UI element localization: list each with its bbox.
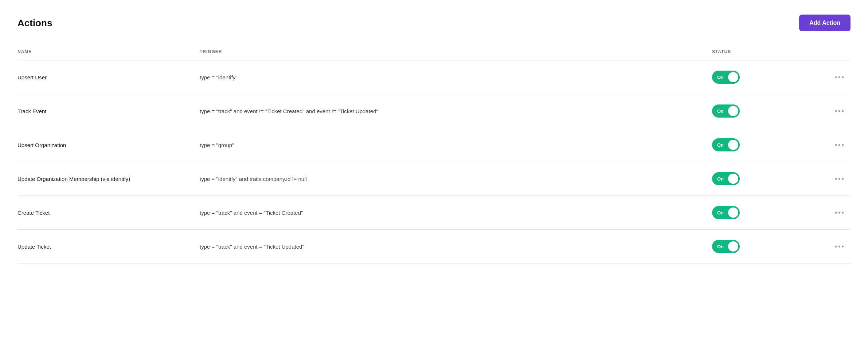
status-toggle-3[interactable]: On bbox=[712, 172, 740, 185]
status-toggle-0[interactable]: On bbox=[712, 71, 740, 84]
cell-status-5: On bbox=[712, 240, 821, 253]
toggle-knob-5 bbox=[728, 241, 738, 252]
status-toggle-1[interactable]: On bbox=[712, 104, 740, 118]
cell-status-2: On bbox=[712, 138, 821, 151]
table-body: Upsert User type = "identify" On ••• Tra… bbox=[17, 60, 851, 264]
page-header: Actions Add Action bbox=[17, 15, 851, 31]
cell-actions-2: ••• bbox=[821, 139, 851, 151]
cell-actions-4: ••• bbox=[821, 207, 851, 218]
table-row: Upsert User type = "identify" On ••• bbox=[17, 60, 851, 94]
more-options-button-0[interactable]: ••• bbox=[832, 72, 848, 83]
actions-table: NAME TRIGGER STATUS Upsert User type = "… bbox=[17, 43, 851, 264]
add-action-button[interactable]: Add Action bbox=[799, 15, 851, 31]
toggle-label-2: On bbox=[717, 142, 724, 148]
more-options-button-3[interactable]: ••• bbox=[832, 173, 848, 185]
table-row: Create Ticket type = "track" and event =… bbox=[17, 196, 851, 230]
more-options-button-5[interactable]: ••• bbox=[832, 241, 848, 252]
toggle-label-4: On bbox=[717, 210, 724, 216]
page-title: Actions bbox=[17, 17, 52, 29]
cell-actions-3: ••• bbox=[821, 173, 851, 185]
table-row: Update Organization Membership (via iden… bbox=[17, 162, 851, 196]
cell-trigger-4: type = "track" and event = "Ticket Creat… bbox=[200, 210, 712, 216]
cell-status-0: On bbox=[712, 71, 821, 84]
cell-trigger-1: type = "track" and event != "Ticket Crea… bbox=[200, 108, 712, 114]
cell-trigger-0: type = "identify" bbox=[200, 74, 712, 80]
cell-status-1: On bbox=[712, 104, 821, 118]
toggle-label-3: On bbox=[717, 176, 724, 182]
more-options-button-4[interactable]: ••• bbox=[832, 207, 848, 218]
cell-trigger-2: type = "group" bbox=[200, 142, 712, 148]
cell-name-4: Create Ticket bbox=[17, 210, 200, 216]
toggle-knob-2 bbox=[728, 140, 738, 150]
toggle-knob-1 bbox=[728, 106, 738, 116]
cell-actions-1: ••• bbox=[821, 106, 851, 117]
toggle-knob-4 bbox=[728, 207, 738, 218]
toggle-knob-3 bbox=[728, 174, 738, 184]
col-header-trigger: TRIGGER bbox=[200, 49, 712, 54]
cell-status-4: On bbox=[712, 206, 821, 219]
table-header: NAME TRIGGER STATUS bbox=[17, 43, 851, 60]
toggle-knob-0 bbox=[728, 72, 738, 82]
table-row: Upsert Organization type = "group" On ••… bbox=[17, 128, 851, 162]
cell-name-1: Track Event bbox=[17, 108, 200, 114]
cell-name-5: Update Ticket bbox=[17, 244, 200, 250]
table-row: Update Ticket type = "track" and event =… bbox=[17, 230, 851, 264]
cell-status-3: On bbox=[712, 172, 821, 185]
col-header-actions bbox=[821, 49, 851, 54]
table-row: Track Event type = "track" and event != … bbox=[17, 94, 851, 128]
cell-trigger-5: type = "track" and event = "Ticket Updat… bbox=[200, 244, 712, 250]
col-header-name: NAME bbox=[17, 49, 200, 54]
status-toggle-4[interactable]: On bbox=[712, 206, 740, 219]
more-options-button-1[interactable]: ••• bbox=[832, 106, 848, 117]
cell-actions-5: ••• bbox=[821, 241, 851, 252]
toggle-label-0: On bbox=[717, 75, 724, 80]
cell-name-2: Upsert Organization bbox=[17, 142, 200, 148]
page-container: Actions Add Action NAME TRIGGER STATUS U… bbox=[0, 0, 868, 340]
cell-actions-0: ••• bbox=[821, 72, 851, 83]
toggle-label-1: On bbox=[717, 108, 724, 114]
status-toggle-5[interactable]: On bbox=[712, 240, 740, 253]
toggle-label-5: On bbox=[717, 244, 724, 249]
cell-trigger-3: type = "identify" and traits.company.id … bbox=[200, 176, 712, 182]
status-toggle-2[interactable]: On bbox=[712, 138, 740, 151]
col-header-status: STATUS bbox=[712, 49, 821, 54]
cell-name-3: Update Organization Membership (via iden… bbox=[17, 176, 200, 182]
more-options-button-2[interactable]: ••• bbox=[832, 139, 848, 151]
cell-name-0: Upsert User bbox=[17, 74, 200, 80]
